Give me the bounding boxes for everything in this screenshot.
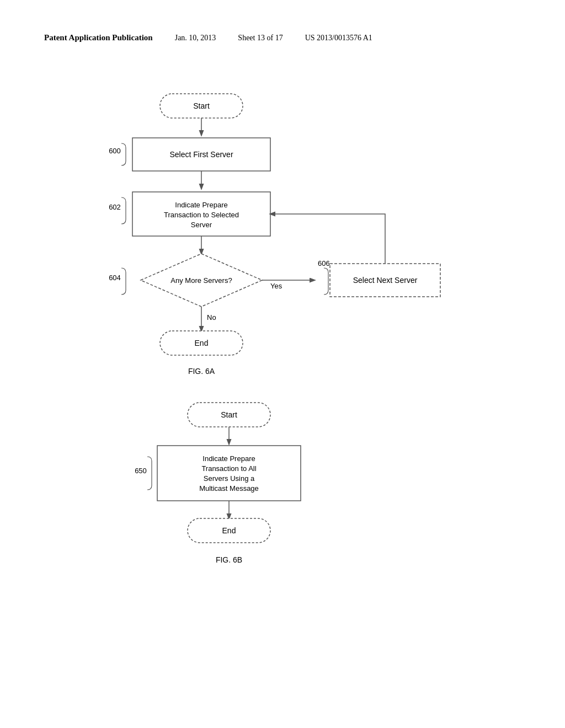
label-604: 604 <box>109 274 121 282</box>
fig6a-end-label: End <box>195 339 209 347</box>
fig6b-end-label: End <box>222 526 236 535</box>
publication-title: Patent Application Publication <box>44 33 153 42</box>
fig6a-yes-label: Yes <box>270 282 282 290</box>
fig6a-indicate-prepare-line2: Transaction to Selected <box>164 211 239 219</box>
page-header: Patent Application Publication Jan. 10, … <box>44 33 521 42</box>
fig6b-indicate-line2: Transaction to All <box>201 464 256 473</box>
label-602: 602 <box>109 203 121 211</box>
fig6a-select-first-server: Select First Server <box>169 150 233 159</box>
fig6a-any-more-servers-label: Any More Servers? <box>170 276 232 285</box>
svg-rect-11 <box>157 446 301 501</box>
sheet-info: Sheet 13 of 17 <box>238 34 282 42</box>
fig6b-start-label: Start <box>221 410 237 419</box>
fig6a-start-label: Start <box>193 101 210 110</box>
fig6a-indicate-prepare-line1: Indicate Prepare <box>175 201 227 209</box>
fig6b-indicate-line4: Multicast Message <box>199 484 259 493</box>
patent-number: US 2013/0013576 A1 <box>305 34 372 42</box>
fig6a-caption: FIG. 6A <box>188 367 215 376</box>
fig6b-indicate-line1: Indicate Prepare <box>202 454 255 463</box>
label-606: 606 <box>318 259 330 267</box>
publication-date: Jan. 10, 2013 <box>175 34 216 42</box>
label-650: 650 <box>135 467 147 475</box>
diagram-area: Start 600 Select First Server 602 Indica… <box>0 72 565 728</box>
fig6a-indicate-prepare-line3: Server <box>191 221 212 229</box>
fig6a-select-next-server-label: Select Next Server <box>353 276 418 285</box>
fig6b-indicate-line3: Servers Using a <box>204 474 255 483</box>
fig6a-no-label: No <box>207 313 216 322</box>
fig6b-caption: FIG. 6B <box>216 555 242 564</box>
label-600: 600 <box>109 147 121 155</box>
